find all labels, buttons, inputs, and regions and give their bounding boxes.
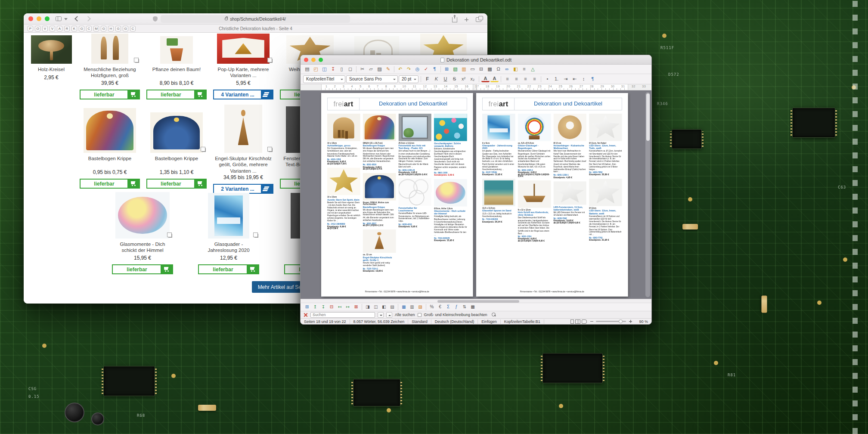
open-file-icon[interactable]: ◰: [312, 65, 320, 73]
product-title[interactable]: Glasquader - Jahreslosung 2020: [198, 241, 259, 254]
multi-page-view-icon[interactable]: [575, 319, 580, 324]
document-page-right[interactable]: freiart Dekoration und Dekoartikel 9 x 6…: [476, 93, 628, 297]
delete-row-icon[interactable]: ⊟: [328, 304, 335, 310]
find-previous-icon[interactable]: [386, 312, 392, 318]
product-card[interactable]: Pflanze deinen Baum! 8,90 bis 8,10 € lie…: [146, 34, 207, 99]
highlight-color-icon[interactable]: A: [490, 76, 499, 82]
decrease-indent-icon[interactable]: ⇤: [570, 75, 579, 83]
product-title[interactable]: Engel-Skulptur Kirschholz geölt, Größe, …: [213, 155, 273, 174]
favorite-site-icon[interactable]: G: [101, 26, 106, 31]
insert-textbox-icon[interactable]: ▭: [468, 65, 477, 73]
bullet-list-icon[interactable]: •: [543, 75, 552, 83]
insert-chart-icon[interactable]: ▥: [460, 65, 468, 73]
product-card[interactable]: Pop-Up Karte, mehrere Varianten ... 5,95…: [213, 34, 273, 99]
url-bar[interactable]: shop/Schmuck/Dekoartikel/4/: [161, 15, 350, 23]
borders-icon[interactable]: ▦: [400, 304, 408, 310]
close-button[interactable]: [304, 58, 308, 62]
merge-cells-icon[interactable]: ◨: [364, 304, 372, 310]
border-style-icon[interactable]: ▥: [408, 304, 416, 310]
writer-titlebar[interactable]: Dekoration und Dekoartikel.odt: [301, 55, 651, 65]
favorite-site-icon[interactable]: G: [79, 26, 84, 31]
new-tab-icon[interactable]: [464, 17, 469, 22]
italic-icon[interactable]: K: [432, 75, 440, 83]
table-properties-icon[interactable]: ▩: [469, 304, 477, 310]
favorite-site-icon[interactable]: G: [123, 26, 128, 31]
zoom-out-icon[interactable]: [590, 321, 593, 322]
zoom-slider-thumb[interactable]: [619, 319, 623, 323]
font-size-combo[interactable]: 20 pt: [399, 75, 418, 83]
status-word-count[interactable]: 8.057 Wörter, 56.039 Zeichen: [350, 319, 409, 324]
favorite-site-icon[interactable]: P: [28, 26, 33, 31]
tab-overview-icon[interactable]: [476, 17, 481, 22]
formatting-marks-icon[interactable]: ¶: [431, 65, 439, 73]
align-right-icon[interactable]: ≡: [521, 75, 530, 83]
horizontal-ruler[interactable]: 1 2 3 4 5 6 7 8 9 10 11 12 13 14 15 16 1…: [301, 84, 651, 90]
minimize-button[interactable]: [311, 58, 316, 62]
product-card[interactable]: Menschliche Beziehung Holzfiguren, groß …: [80, 34, 140, 99]
back-button[interactable]: [74, 16, 80, 22]
compare-icon[interactable]: [269, 59, 273, 63]
row-below-icon[interactable]: ↧: [319, 304, 327, 310]
scrollbar-thumb[interactable]: [646, 93, 650, 141]
find-all-button[interactable]: Alle suchen: [395, 313, 415, 317]
align-center-icon[interactable]: ≡: [512, 75, 521, 83]
chevron-down-icon[interactable]: [64, 18, 68, 22]
font-name-combo[interactable]: Source Sans Pro: [346, 75, 398, 83]
product-title[interactable]: Menschliche Beziehung Holzfiguren, groß: [80, 66, 140, 80]
compare-icon[interactable]: [254, 234, 258, 238]
paragraph-settings-icon[interactable]: ¶: [589, 75, 597, 83]
status-language[interactable]: Deutsch (Deutschland): [431, 319, 478, 324]
bold-icon[interactable]: F: [423, 75, 431, 83]
availability-button[interactable]: lieferbar: [80, 179, 140, 189]
print-preview-icon[interactable]: ◻: [346, 65, 354, 73]
compare-icon[interactable]: [135, 59, 139, 63]
horizontal-scrollbar[interactable]: [301, 299, 651, 303]
favorite-site-icon[interactable]: R: [64, 26, 70, 31]
status-pages[interactable]: Seiten 18 und 19 von 22: [304, 319, 350, 324]
insert-table-icon[interactable]: ⊞: [303, 304, 311, 310]
subscript-icon[interactable]: x₂: [468, 75, 477, 83]
zoom-slider[interactable]: [596, 321, 626, 322]
underline-icon[interactable]: U: [441, 75, 450, 83]
product-card[interactable]: Holz-Kreisel 2,95 €: [25, 34, 78, 83]
compare-icon[interactable]: [202, 148, 206, 152]
variants-button[interactable]: 4 Varianten ...: [213, 90, 273, 99]
compare-icon[interactable]: [168, 234, 172, 238]
spelling-icon[interactable]: ✓: [422, 65, 430, 73]
search-options-icon[interactable]: [492, 313, 496, 317]
favorite-site-icon[interactable]: V: [42, 26, 48, 31]
favorite-site-icon[interactable]: C: [86, 26, 92, 31]
favorite-site-icon[interactable]: M: [93, 26, 99, 31]
favorite-site-icon[interactable]: A: [57, 26, 62, 31]
scrollbar-thumb[interactable]: [437, 300, 519, 303]
copy-icon[interactable]: ▱: [367, 65, 375, 73]
find-input[interactable]: [310, 312, 375, 318]
status-table-cell[interactable]: KopfzeilenTabelle:B1: [501, 319, 544, 324]
find-next-icon[interactable]: [378, 312, 384, 318]
page-break-icon[interactable]: ⊟: [477, 65, 485, 73]
single-page-view-icon[interactable]: [570, 319, 574, 324]
insert-image-icon[interactable]: ▧: [451, 65, 459, 73]
status-insert-mode[interactable]: Einfügen: [478, 319, 501, 324]
paste-icon[interactable]: ▨: [375, 65, 384, 73]
increase-indent-icon[interactable]: ⇥: [561, 75, 570, 83]
sum-icon[interactable]: Σ: [444, 304, 452, 310]
product-card[interactable]: Glasmomente - Dich schickt der Himmel 15…: [112, 189, 173, 274]
close-button[interactable]: [28, 16, 33, 21]
justify-icon[interactable]: ≡: [530, 75, 539, 83]
sidebar-icon[interactable]: [56, 16, 62, 21]
availability-button[interactable]: lieferbar: [198, 264, 259, 274]
availability-button[interactable]: lieferbar: [146, 179, 207, 189]
availability-button[interactable]: lieferbar: [80, 90, 140, 99]
delete-column-icon[interactable]: ⊠: [352, 304, 360, 310]
line-spacing-icon[interactable]: ↕: [580, 75, 588, 83]
save-icon[interactable]: ◫: [320, 65, 329, 73]
column-left-icon[interactable]: ↤: [336, 304, 344, 310]
product-title[interactable]: Holz-Kreisel: [25, 66, 78, 74]
document-canvas[interactable]: freiart Dekoration und Dekoartikel 10 x …: [301, 90, 651, 299]
status-page-style[interactable]: Standard: [408, 319, 431, 324]
draw-functions-icon[interactable]: △: [529, 65, 537, 73]
favorite-site-icon[interactable]: O: [35, 26, 40, 31]
book-view-icon[interactable]: [582, 319, 587, 324]
privacy-shield-icon[interactable]: [153, 16, 158, 22]
